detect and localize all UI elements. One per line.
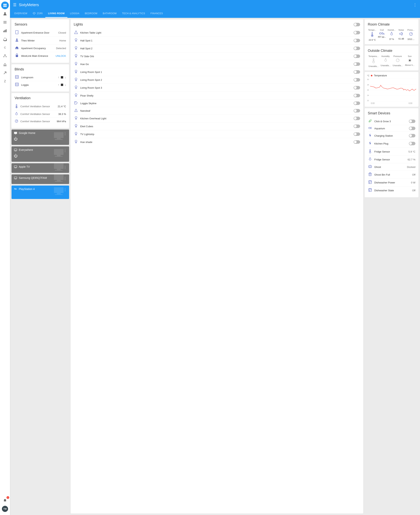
notification-bell[interactable]: 1 (1, 497, 9, 504)
light-name: Pixar Shelly (80, 94, 352, 97)
light-toggle-hue-go[interactable] (353, 62, 360, 66)
sidebar-icon-hierarchy[interactable] (1, 52, 9, 60)
svg-point-4 (4, 12, 6, 14)
blind-up-button[interactable]: ↑ (58, 76, 59, 79)
media-card-header: Everywhere (14, 148, 33, 151)
light-toggle-tv-lightstrip[interactable] (353, 132, 360, 136)
light-toggle-loggia-skyline[interactable] (353, 102, 360, 105)
sidebar-icon-ship[interactable] (1, 61, 9, 68)
light-row-kitchen-table: Kitchen Table Light (74, 29, 360, 37)
tab-tech-analytics[interactable]: Tech & Analytics (120, 10, 148, 18)
blind-up-button[interactable]: ↑ (58, 83, 59, 86)
smart-toggle-kitchen-plug[interactable] (409, 142, 415, 145)
ventilation-list: Comfort Ventilation Sensor 21.4 °C Comfo… (15, 103, 66, 125)
blind-down-button[interactable]: ↓ (65, 76, 66, 79)
user-avatar[interactable]: TW (2, 506, 8, 512)
climate-item-humidity: Humid... 37 % (387, 29, 396, 41)
lights-master-toggle[interactable] (353, 23, 360, 26)
light-toggle-hall-spot-1[interactable] (353, 39, 360, 42)
smart-toggle-aquarium[interactable] (409, 127, 415, 130)
light-toggle-hall-spot-2[interactable] (353, 47, 360, 50)
light-toggle-hue-shade[interactable] (353, 140, 360, 144)
sidebar-icon-chart[interactable] (1, 27, 9, 35)
blind-stop-indicator (61, 76, 63, 79)
chart-y-26: 26 (367, 89, 369, 91)
smart-toggle-charging-station[interactable] (409, 134, 415, 137)
sidebar-icon-refresh[interactable] (1, 35, 9, 43)
svg-rect-8 (3, 31, 4, 32)
svg-marker-58 (75, 31, 78, 34)
light-row-hue-shade: Hue shade (74, 138, 360, 146)
fish-icon (368, 127, 372, 130)
svg-rect-2 (3, 6, 5, 7)
hamburger-icon[interactable]: ☰ (13, 2, 16, 7)
svg-rect-46 (55, 156, 63, 157)
light-toggle-nanoleaf[interactable] (353, 109, 360, 112)
sensor-westlink-value[interactable]: UNLOCK (56, 54, 66, 57)
light-name: Hall Spot 1 (80, 39, 352, 42)
sidebar-icon-tools[interactable] (1, 69, 9, 77)
smart-name: Dishwasher Power (374, 181, 409, 184)
svg-rect-3 (5, 6, 7, 7)
tab-bedroom[interactable]: Bedroom (82, 10, 100, 18)
light-name: Kitchen Overhead Light (80, 117, 352, 120)
climate-item-temp: Tempe... 22.9 °C (368, 29, 377, 41)
light-toggle-pixar-shelly[interactable] (353, 94, 360, 97)
svg-point-100 (372, 35, 373, 36)
light-name: Hue Go (80, 63, 352, 66)
tab-zuri[interactable]: Züri (30, 10, 45, 18)
light-toggle-kitchen-table[interactable] (353, 31, 360, 34)
svg-rect-43 (14, 149, 17, 151)
smart-name: Fridge Sensor (374, 150, 406, 153)
sidebar-icon-c[interactable]: C (1, 44, 9, 52)
tab-loggia[interactable]: Loggia (67, 10, 82, 18)
smart-row-kitchen-plug: Kitchen Plug (368, 140, 415, 147)
vent-temp-value: 21.4 °C (58, 105, 66, 108)
smart-toggle-click-grow[interactable] (409, 119, 415, 123)
nanoleaf-icon (74, 109, 78, 113)
media-card-google-home[interactable]: Google Home ⏻ ⋮ (12, 130, 69, 145)
blind-down-button[interactable]: ↓ (65, 83, 66, 86)
media-card-header: Google Home (14, 132, 35, 134)
smart-row-ghost-bin: Ghost Bin Full Off (368, 171, 415, 179)
media-name-playstation: PlayStation 4 (19, 187, 35, 191)
media-card-apple-tv[interactable]: Apple TV ⋮ (12, 163, 69, 173)
outside-value-sun: Above h... (405, 64, 415, 66)
media-card-content: Everywhere ⏻ (14, 148, 33, 158)
blind-icon (15, 83, 19, 87)
svg-rect-57 (55, 194, 63, 195)
blind-icon (15, 75, 19, 80)
light-toggle-kitchen-overhead[interactable] (353, 117, 360, 120)
light-toggle-living-spot-2[interactable] (353, 78, 360, 81)
media-card-playstation[interactable]: PlayStation 4 ⋮ (12, 185, 69, 199)
tab-finances[interactable]: Finances (148, 10, 166, 18)
outside-label: Pressure (393, 55, 402, 57)
header-more-icon[interactable]: ⋮ (413, 2, 417, 7)
light-name: Living Room Spot 1 (80, 71, 352, 74)
light-triangle-icon (74, 30, 78, 35)
sensor-row: Apartment Entrance Door Closed (15, 29, 66, 37)
media-card-everywhere[interactable]: Everywhere ⏻ ⋮ (12, 147, 69, 162)
light-toggle-eket-cubes[interactable] (353, 125, 360, 128)
tab-bathroom[interactable]: Bathroom (100, 10, 119, 18)
dishwasher-power-icon (368, 180, 372, 185)
light-toggle-living-spot-1[interactable] (353, 70, 360, 74)
smart-row-charging-station: Charging Station (368, 132, 415, 140)
sidebar-icon-person[interactable] (1, 10, 9, 18)
drop-smart-icon (368, 157, 372, 162)
outside-climate-grid: Tempera... Unavaila... Humidity Unavaila… (368, 55, 415, 67)
svg-rect-7 (3, 23, 7, 23)
svg-point-121 (369, 166, 370, 167)
light-toggle-living-spot-3[interactable] (353, 86, 360, 89)
sidebar-icon-list[interactable] (1, 18, 9, 26)
media-power-google-home[interactable]: ⏻ (14, 137, 35, 141)
smart-row-dishwasher-state: Dishwasher State Off (368, 186, 415, 194)
media-power-everywhere[interactable]: ⏻ (14, 154, 33, 158)
sidebar-icon-grid[interactable] (1, 1, 9, 9)
media-card-samsung[interactable]: Samsung QE65Q7FAM ⋮ (12, 174, 69, 184)
sidebar-icon-z[interactable]: Z (1, 78, 9, 85)
tab-overview[interactable]: Overview (12, 10, 30, 18)
tab-living-room[interactable]: Living Room (45, 10, 67, 18)
light-toggle-tv-side-orb[interactable] (353, 54, 360, 58)
smart-devices-card: Smart Devices Click & Grow 3 Aquarium (365, 108, 419, 197)
